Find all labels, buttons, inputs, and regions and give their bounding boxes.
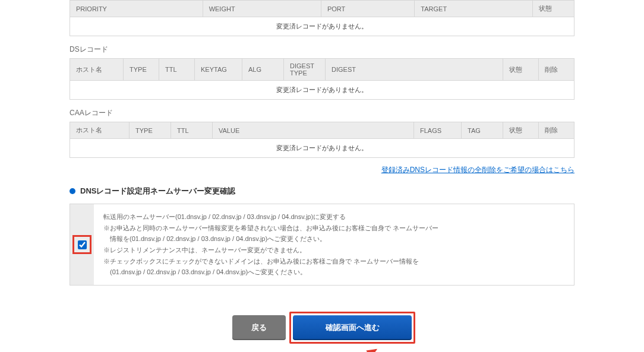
ds-col-host: ホスト名 bbox=[70, 59, 124, 81]
caa-col-ttl: TTL bbox=[171, 122, 213, 139]
ds-col-delete: 削除 bbox=[539, 59, 574, 81]
caa-col-host: ホスト名 bbox=[70, 122, 130, 139]
confirm-line2: ※お申込みと同時のネームサーバー情報変更を希望されない場合は、お申込み後にお客様… bbox=[103, 223, 438, 234]
ds-col-digesttype: DIGEST TYPE bbox=[284, 59, 326, 81]
ds-empty-message: 変更済レコードがありません。 bbox=[70, 81, 574, 100]
button-row: 戻る 確認画面へ進む bbox=[70, 315, 574, 340]
col-port: PORT bbox=[321, 1, 414, 17]
col-target: TARGET bbox=[415, 1, 533, 17]
svg-line-1 bbox=[332, 350, 376, 352]
col-status: 状態 bbox=[533, 1, 574, 17]
ds-col-type: TYPE bbox=[124, 59, 159, 81]
back-button[interactable]: 戻る bbox=[232, 315, 286, 340]
confirm-line6: (01.dnsv.jp / 02.dnsv.jp / 03.dnsv.jp / … bbox=[103, 267, 438, 278]
ds-table: ホスト名 TYPE TTL KEYTAG ALG DIGEST TYPE DIG… bbox=[70, 58, 574, 100]
caa-col-flags: FLAGS bbox=[414, 122, 462, 139]
proceed-button-wrap: 確認画面へ進む bbox=[293, 315, 412, 340]
ds-col-alg: ALG bbox=[242, 59, 284, 81]
nameserver-heading-row: DNSレコード設定用ネームサーバー変更確認 bbox=[70, 186, 574, 196]
ds-col-keytag: KEYTAG bbox=[195, 59, 242, 81]
nameserver-heading: DNSレコード設定用ネームサーバー変更確認 bbox=[80, 186, 235, 196]
caa-col-value: VALUE bbox=[213, 122, 414, 139]
confirm-checkbox-cell bbox=[70, 204, 94, 285]
proceed-button[interactable]: 確認画面へ進む bbox=[293, 315, 412, 340]
caa-col-tag: TAG bbox=[462, 122, 503, 139]
annotation-arrow-icon bbox=[329, 345, 400, 352]
bullet-icon bbox=[70, 188, 75, 194]
nameserver-confirm-box: 転送用のネームサーバー(01.dnsv.jp / 02.dnsv.jp / 03… bbox=[70, 204, 574, 286]
caa-section-label: CAAレコード bbox=[70, 108, 574, 118]
confirm-line3: 情報を(01.dnsv.jp / 02.dnsv.jp / 03.dnsv.jp… bbox=[103, 233, 438, 245]
srv-table: PRIORITY WEIGHT PORT TARGET 状態 変更済レコードがあ… bbox=[70, 0, 574, 36]
ds-col-ttl: TTL bbox=[159, 59, 195, 81]
confirm-line4: ※レジストリメンテナンス中は、ネームサーバー変更ができません。 bbox=[103, 245, 438, 256]
caa-col-delete: 削除 bbox=[539, 122, 574, 139]
ds-col-status: 状態 bbox=[503, 59, 539, 81]
confirm-text: 転送用のネームサーバー(01.dnsv.jp / 02.dnsv.jp / 03… bbox=[94, 204, 448, 285]
caa-col-status: 状態 bbox=[503, 122, 539, 139]
caa-table: ホスト名 TYPE TTL VALUE FLAGS TAG 状態 削除 変更済レ… bbox=[70, 122, 574, 158]
confirm-line1: 転送用のネームサーバー(01.dnsv.jp / 02.dnsv.jp / 03… bbox=[103, 211, 438, 223]
ds-col-digest: DIGEST bbox=[326, 59, 503, 81]
caa-empty-message: 変更済レコードがありません。 bbox=[70, 139, 574, 158]
ds-section-label: DSレコード bbox=[70, 45, 574, 55]
caa-col-type: TYPE bbox=[130, 122, 171, 139]
confirm-line5: ※チェックボックスにチェックができないドメインは、お申込み後にお客様ご自身で ネ… bbox=[103, 256, 438, 267]
nameserver-change-checkbox[interactable] bbox=[78, 240, 87, 249]
delete-all-link[interactable]: 登録済みDNSレコード情報の全削除をご希望の場合はこちら bbox=[381, 166, 574, 174]
col-weight: WEIGHT bbox=[203, 1, 321, 17]
col-priority: PRIORITY bbox=[70, 1, 203, 17]
srv-empty-message: 変更済レコードがありません。 bbox=[70, 17, 574, 36]
